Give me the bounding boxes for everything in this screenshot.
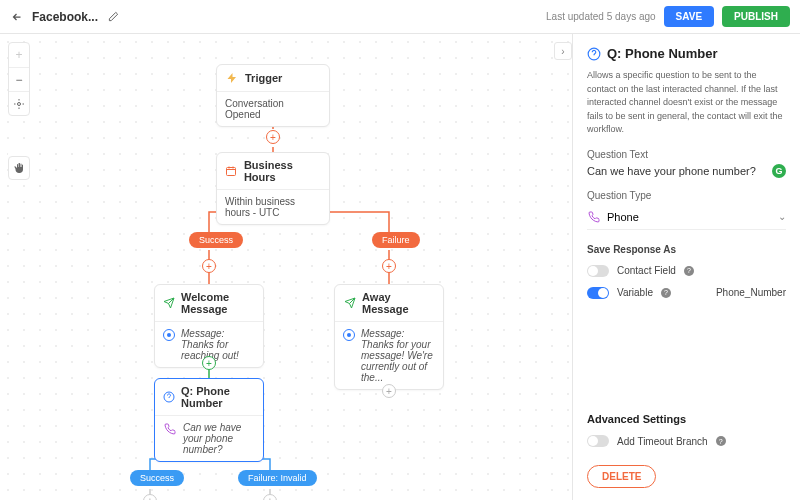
- help-icon[interactable]: ?: [661, 288, 671, 298]
- msg-prefix: Message:: [181, 328, 224, 339]
- success-pill[interactable]: Success: [189, 232, 243, 248]
- calendar-icon: [225, 164, 238, 178]
- business-hours-node[interactable]: Business Hours Within business hours - U…: [216, 152, 330, 225]
- timeout-toggle[interactable]: [587, 435, 609, 447]
- send-icon: [343, 296, 356, 310]
- publish-button[interactable]: PUBLISH: [722, 6, 790, 27]
- last-updated: Last updated 5 days ago: [546, 11, 656, 22]
- question-type-select[interactable]: Phone ⌄: [587, 205, 786, 230]
- trigger-title: Trigger: [245, 72, 282, 84]
- variable-name-input[interactable]: Phone_Number: [716, 287, 786, 298]
- add-step-icon[interactable]: +: [263, 494, 277, 500]
- workflow-canvas[interactable]: + − ›: [0, 34, 572, 500]
- msg-prefix: Message:: [361, 328, 404, 339]
- phone-icon: [587, 210, 601, 224]
- trigger-body: Conversation Opened: [217, 92, 329, 126]
- panel-title: Q: Phone Number: [607, 46, 718, 61]
- add-step-icon[interactable]: +: [202, 356, 216, 370]
- zoom-tools: + −: [8, 42, 30, 116]
- question-icon: [163, 390, 175, 404]
- back-icon[interactable]: [10, 10, 24, 24]
- bullet-icon: [343, 329, 355, 341]
- away-message-node[interactable]: Away Message Message: Thanks for your me…: [334, 284, 444, 390]
- send-icon: [163, 296, 175, 310]
- question-text-label: Question Text: [587, 149, 786, 160]
- phone-icon: [163, 422, 177, 436]
- help-icon[interactable]: ?: [716, 436, 726, 446]
- q-success-pill[interactable]: Success: [130, 470, 184, 486]
- add-step-icon[interactable]: +: [143, 494, 157, 500]
- question-type-label: Question Type: [587, 190, 786, 201]
- question-icon: [587, 47, 601, 61]
- contact-field-label: Contact Field: [617, 265, 676, 276]
- variable-label: Variable: [617, 287, 653, 298]
- edit-icon[interactable]: [106, 10, 120, 24]
- hours-title: Business Hours: [244, 159, 321, 183]
- chevron-down-icon: ⌄: [778, 211, 786, 222]
- variable-toggle[interactable]: [587, 287, 609, 299]
- fit-icon[interactable]: [9, 91, 29, 115]
- workflow-title: Facebook...: [32, 10, 98, 24]
- topbar: Facebook... Last updated 5 days ago SAVE…: [0, 0, 800, 34]
- bullet-icon: [163, 329, 175, 341]
- question-node[interactable]: Q: Phone Number Can we have your phone n…: [154, 378, 264, 462]
- welcome-title: Welcome Message: [181, 291, 255, 315]
- panel-description: Allows a specific question to be sent to…: [587, 69, 786, 137]
- q-failure-pill[interactable]: Failure: Invalid: [238, 470, 317, 486]
- question-body: Can we have your phone number?: [183, 422, 255, 455]
- contact-field-toggle[interactable]: [587, 265, 609, 277]
- timeout-label: Add Timeout Branch: [617, 436, 708, 447]
- pan-tool-group: [8, 150, 30, 180]
- collapse-panel-icon[interactable]: ›: [554, 42, 572, 60]
- add-step-icon[interactable]: +: [382, 384, 396, 398]
- failure-pill[interactable]: Failure: [372, 232, 420, 248]
- hours-body: Within business hours - UTC: [217, 190, 329, 224]
- zoom-out-icon[interactable]: −: [9, 67, 29, 91]
- question-title: Q: Phone Number: [181, 385, 255, 409]
- grammarly-icon[interactable]: G: [772, 164, 786, 178]
- save-button[interactable]: SAVE: [664, 6, 715, 27]
- add-step-icon[interactable]: +: [382, 259, 396, 273]
- trigger-node[interactable]: Trigger Conversation Opened: [216, 64, 330, 127]
- help-icon[interactable]: ?: [684, 266, 694, 276]
- add-step-icon[interactable]: +: [266, 130, 280, 144]
- bolt-icon: [225, 71, 239, 85]
- advanced-settings-label: Advanced Settings: [587, 413, 786, 425]
- zoom-in-icon[interactable]: +: [9, 43, 29, 67]
- question-type-value: Phone: [607, 211, 772, 223]
- add-step-icon[interactable]: +: [202, 259, 216, 273]
- svg-rect-1: [227, 168, 236, 176]
- svg-point-0: [18, 102, 21, 105]
- away-title: Away Message: [362, 291, 435, 315]
- hand-icon[interactable]: [8, 156, 30, 180]
- away-body: Thanks for your message! We're currently…: [361, 339, 433, 383]
- delete-button[interactable]: DELETE: [587, 465, 656, 488]
- question-text-input[interactable]: Can we have your phone number?: [587, 165, 772, 177]
- save-response-label: Save Response As: [587, 244, 786, 255]
- properties-panel: Q: Phone Number Allows a specific questi…: [572, 34, 800, 500]
